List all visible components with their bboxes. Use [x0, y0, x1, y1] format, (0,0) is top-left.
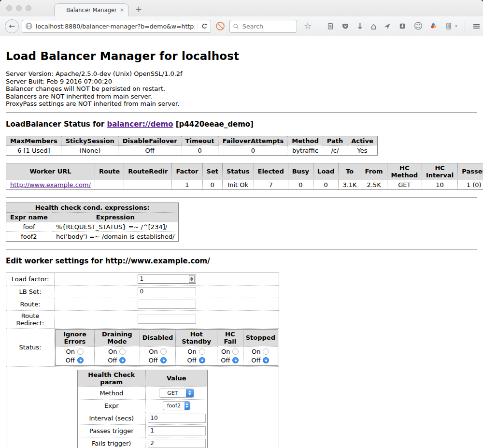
cell-passes: 1 (0)	[458, 180, 483, 189]
interval-label: Interval (secs)	[78, 412, 146, 424]
status-draining-mode-off-radio[interactable]	[119, 357, 126, 363]
balancer-demo-link[interactable]: balancer://demo	[107, 120, 173, 129]
container-icon[interactable]	[445, 22, 453, 30]
save-page-icon[interactable]	[398, 22, 406, 30]
search-input[interactable]	[242, 22, 290, 30]
table-row: Fails trigger)	[78, 437, 208, 448]
form-row: LB Set:	[6, 285, 279, 298]
status-hot-standby-off-radio[interactable]	[199, 357, 205, 363]
column-header: HC Method	[387, 163, 422, 180]
route-redirect-input[interactable]	[138, 315, 196, 324]
server-version: Server Version: Apache/2.5.0-dev (Unix) …	[6, 70, 477, 78]
server-info: Server Version: Apache/2.5.0-dev (Unix) …	[6, 70, 477, 108]
column-header: Method	[288, 136, 323, 145]
notice-line: Balancers are NOT inherited from main se…	[6, 93, 477, 101]
table-row: Method GET	[78, 387, 208, 399]
tab-close-icon[interactable]: ×	[120, 7, 124, 14]
heading-text: LoadBalancer Status for	[6, 120, 107, 129]
route-input[interactable]	[138, 300, 196, 309]
status-ignore-errors-off-radio[interactable]	[77, 357, 84, 363]
on-label: On	[66, 348, 75, 355]
cell-routeredir	[124, 180, 172, 189]
status-draining-mode-on-radio[interactable]	[119, 348, 126, 355]
status-hc-fail-on-radio[interactable]	[232, 348, 239, 355]
clipboard-icon[interactable]	[327, 22, 334, 30]
divider	[6, 197, 477, 198]
menu-icon[interactable]: ≡	[472, 22, 481, 30]
expr-name: foof2	[6, 231, 52, 241]
column-header: FailoverAttempts	[218, 136, 288, 145]
lb-set-input[interactable]	[138, 287, 196, 296]
status-hot-standby-on-radio[interactable]	[199, 348, 205, 355]
status-stopped-on-radio[interactable]	[263, 348, 269, 355]
browser-tab[interactable]: Balancer Manager ×	[54, 3, 129, 16]
form-row: Route Redirect:	[6, 310, 279, 328]
form-row: Status: Ignore Errors Draining Mode Disa…	[6, 328, 279, 366]
column-header: Elected	[254, 163, 288, 180]
palette-icon[interactable]	[430, 22, 438, 30]
close-window-icon[interactable]	[6, 5, 12, 11]
reload-button[interactable]	[198, 23, 208, 29]
status-ignore-errors-on-radio[interactable]	[77, 348, 84, 355]
send-icon[interactable]	[384, 22, 391, 30]
health-check-table: Health Check param Value Method GET	[77, 370, 208, 448]
fails-input[interactable]	[148, 439, 206, 448]
cell-elected: 7	[254, 180, 288, 189]
expr-label: Expr	[78, 399, 146, 412]
status-hc-fail-off-radio[interactable]	[232, 357, 239, 363]
table-row: Passes trigger	[78, 424, 208, 437]
toolbar-icons: ☆ ↓ ⌂ ☺	[304, 21, 483, 31]
window-controls[interactable]	[6, 5, 31, 11]
table-row: 6 [1 Used] (None) Off 0 0 bytraffic /c/ …	[6, 145, 378, 155]
status-disabled-on-radio[interactable]	[160, 348, 167, 355]
route-redirect-label: Route Redirect:	[6, 310, 55, 328]
number-spinner-icon[interactable]	[189, 275, 195, 283]
zoom-window-icon[interactable]	[26, 5, 31, 11]
fails-label: Fails trigger)	[78, 437, 146, 448]
status-disabled-off-radio[interactable]	[160, 357, 167, 363]
new-tab-button[interactable]: +	[135, 4, 142, 14]
cell-timeout: 0	[181, 145, 218, 155]
edit-worker-heading: Edit worker settings for http://www.exam…	[6, 257, 477, 265]
column-header: Expr name	[6, 212, 52, 222]
adblock-icon[interactable]	[215, 21, 225, 31]
edit-worker-form: Load factor: LB Set: Route: Route Redire…	[6, 273, 279, 448]
column-header: Worker URL	[6, 163, 95, 180]
off-label: Off	[108, 357, 117, 364]
minimize-window-icon[interactable]	[16, 5, 22, 11]
url-bar[interactable]: localhost:8880/balancer-manager?b=demo&w…	[22, 20, 211, 33]
column-header: From	[361, 163, 387, 180]
column-header: Set	[202, 163, 222, 180]
on-label: On	[187, 348, 197, 355]
load-factor-input[interactable]	[138, 275, 196, 284]
home-icon[interactable]: ⌂	[370, 22, 376, 30]
method-select[interactable]: GET	[159, 389, 194, 398]
status-label: Status:	[6, 328, 55, 366]
passes-input[interactable]	[148, 426, 206, 435]
cell-busy: 0	[288, 180, 313, 189]
column-header: DisableFailover	[118, 136, 181, 145]
worker-url-link[interactable]: http://www.example.com/	[10, 181, 91, 188]
chevron-down-icon[interactable]: ▾	[455, 24, 457, 29]
search-bar[interactable]	[229, 20, 297, 33]
url-text[interactable]: localhost:8880/balancer-manager?b=demo&w…	[36, 23, 195, 30]
downloads-icon[interactable]: ↓	[356, 22, 363, 30]
column-header: Hot Standby	[176, 329, 217, 346]
expressions-table: Health check cond. expressions: Expr nam…	[6, 202, 179, 242]
status-stopped-off-radio[interactable]	[263, 357, 269, 363]
back-button[interactable]: ←	[5, 19, 19, 33]
interval-input[interactable]	[148, 414, 206, 423]
bookmark-star-icon[interactable]: ☆	[304, 22, 312, 30]
pocket-icon[interactable]	[341, 22, 349, 30]
form-row: Route:	[6, 298, 279, 310]
cell-stickysession: (None)	[61, 145, 118, 155]
column-header: Value	[145, 370, 207, 387]
smiley-icon[interactable]: ☺	[413, 22, 423, 30]
toolbar-separator	[465, 21, 465, 31]
titlebar: Balancer Manager × +	[0, 0, 483, 16]
page-title: Load Balancer Manager for localhost	[6, 50, 477, 62]
cell-set: 0	[202, 180, 222, 189]
cell-status: Init Ok	[222, 180, 254, 189]
cell-hc-interval: 10	[422, 180, 457, 189]
expr-select[interactable]: foof2	[163, 401, 190, 410]
